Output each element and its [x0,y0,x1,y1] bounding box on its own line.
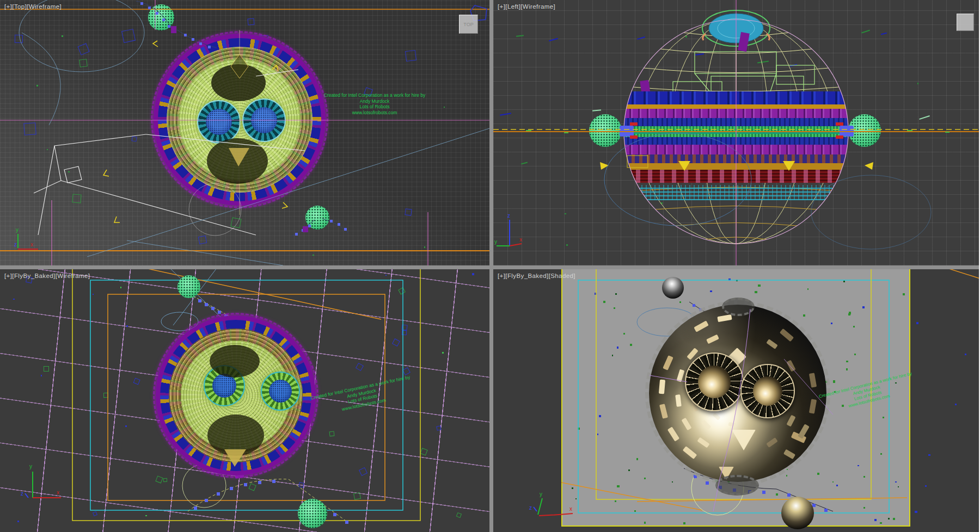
star-streak [516,35,524,37]
green-sphere[interactable] [848,114,881,147]
star [402,330,407,336]
star [442,352,444,354]
svg-text:z: z [507,213,510,219]
star [353,492,361,500]
star [565,213,566,214]
small-shaded-sphere[interactable] [662,277,684,299]
viewport-top-label[interactable]: [+][Top][Wireframe] [4,3,62,10]
owl-right-eye [242,98,286,142]
star [231,218,242,228]
owl-left-pupil [206,109,232,135]
shaded-left-eye-ball [698,366,731,398]
star [121,29,136,43]
equator-machinery [624,20,848,244]
star [401,325,407,331]
svg-text:y: y [29,463,32,469]
star [62,35,63,37]
axis-tripod-top: y x z [14,227,38,249]
star [248,484,256,492]
svg-text:x: x [30,242,33,248]
owl-sphere-flyby-view[interactable] [156,316,316,475]
star [93,511,97,516]
star [156,475,163,483]
viewport-flyby-shaded[interactable]: [+][FlyBy_Baked][Shaded] [493,269,980,532]
star-streak [881,32,887,34]
viewcube-left[interactable] [957,14,974,31]
green-sphere[interactable] [589,114,622,147]
star [915,511,917,513]
green-sphere[interactable] [148,4,174,30]
star [120,287,122,288]
star [36,85,38,86]
svg-text:x: x [57,490,59,496]
owl-left-eye [204,365,245,406]
owl-left-eye [197,100,241,144]
small-shaded-sphere[interactable] [781,497,814,529]
star [405,209,412,216]
axis-tripod-left: z y x [494,213,522,246]
viewport-left-label[interactable]: [+][Left][Wireframe] [498,3,555,10]
viewport-flyby-wireframe[interactable]: [+][FlyBy_Baked][Wireframe] [0,269,489,532]
svg-text:y: y [540,491,542,497]
star [126,325,128,327]
star [313,255,314,256]
star [24,122,36,135]
star-streak [592,109,601,112]
star [566,244,568,246]
star [456,512,462,518]
star-streak [549,38,558,42]
star [965,354,966,355]
star [103,393,108,398]
star [298,482,304,487]
viewcube-top[interactable]: TOP [459,15,478,34]
star [68,171,69,172]
svg-text:x: x [519,237,522,243]
shaded-right-eye-gear [740,364,795,418]
star [248,18,255,25]
star [420,448,428,456]
star [145,515,146,516]
viewcube-top-face-label: TOP [463,22,473,27]
shaded-right-eye-ball [753,376,782,406]
star [72,194,82,203]
watermark: Created for Intel Corporation as a work … [304,92,445,115]
hull-top-gear-cluster [722,298,755,316]
green-sphere[interactable] [298,499,327,528]
star-streak [500,113,511,115]
star [928,454,930,456]
owl-left-pupil [212,374,236,398]
owl-sphere-top-view[interactable] [154,34,326,206]
star [163,478,167,482]
star [405,50,417,62]
green-sphere[interactable] [305,206,329,230]
viewport-top[interactable]: [+][Top][Wireframe] TOP [0,0,489,265]
shaded-left-eye-gear [685,352,744,411]
star-streak [521,162,528,165]
star [125,425,127,427]
viewport-left[interactable]: [+][Left][Wireframe] [493,0,980,265]
shaded-owl-sphere[interactable] [649,305,826,482]
green-sphere[interactable] [177,275,200,298]
star [398,287,405,294]
max-viewport-canvas: [+][Top][Wireframe] TOP [0,0,980,532]
svg-text:y: y [16,227,19,233]
axis-tripod-flyby-wire: y x z [21,463,61,498]
star [437,425,442,431]
hull-bottom-gear-cluster [715,475,759,496]
star [198,236,207,245]
owl-right-pupil [269,380,292,403]
star-streak [861,30,870,34]
star [47,149,48,150]
star [131,136,137,142]
star [329,431,335,437]
star [356,363,364,371]
star-streak [919,115,930,120]
viewport-flyby-shaded-label[interactable]: [+][FlyBy_Baked][Shaded] [498,273,575,279]
star [17,521,19,522]
star [424,246,426,248]
viewport-flyby-wireframe-label[interactable]: [+][FlyBy_Baked][Wireframe] [4,273,90,279]
svg-text:z: z [14,242,17,248]
star [385,275,387,276]
star [917,83,918,84]
owl-right-pupil [251,107,277,133]
